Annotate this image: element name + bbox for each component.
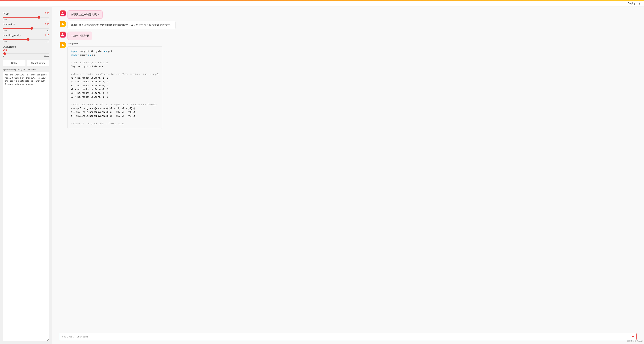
avatar bbox=[60, 32, 66, 38]
output-length-slider[interactable] bbox=[3, 53, 49, 54]
interpreter-label: interpreter bbox=[68, 42, 162, 45]
action-buttons: Retry Clear History bbox=[3, 60, 49, 66]
message-row: 当然可以！请告诉我您想生成的图片的内容和尺寸，以及您想要的任何特殊效果或格式。 bbox=[60, 21, 636, 29]
code-message: interpreter import matplotlib.pyplot as … bbox=[68, 42, 162, 129]
output-length-range: 5 32000 bbox=[3, 55, 49, 57]
avatar bbox=[60, 11, 66, 17]
chat-input-area: ➤ bbox=[52, 330, 644, 344]
send-button[interactable]: ➤ bbox=[631, 334, 634, 338]
code-block: import matplotlib.pyplot as plt import n… bbox=[68, 46, 162, 129]
avatar bbox=[60, 21, 66, 27]
top-p-value: 0.80 bbox=[45, 12, 49, 15]
svg-point-0 bbox=[62, 23, 63, 24]
message-bubble: 能帮我生成一张图片吗？ bbox=[68, 11, 102, 19]
temperature-label: temperature bbox=[3, 23, 15, 26]
system-prompt-label: System Prompt (Only for chat mode) bbox=[3, 68, 49, 71]
chat-messages: 能帮我生成一张图片吗？ 当然可以！请告诉我您想生成的图片的内容和尺寸，以及您想要… bbox=[52, 7, 644, 330]
csdn-badge: CSDN@量子deeill bbox=[627, 340, 642, 342]
top-p-max: 1.00 bbox=[46, 19, 49, 21]
message-row: interpreter import matplotlib.pyplot as … bbox=[60, 42, 636, 129]
chat-input-wrapper: ➤ bbox=[60, 333, 636, 340]
output-length-label: Output length bbox=[3, 46, 16, 48]
message-bubble: 生成一个三角形 bbox=[68, 32, 92, 40]
menu-button[interactable]: ⋮ bbox=[638, 2, 641, 5]
main-area: 能帮我生成一张图片吗？ 当然可以！请告诉我您想生成的图片的内容和尺寸，以及您想要… bbox=[52, 7, 644, 344]
clear-history-button[interactable]: Clear History bbox=[27, 60, 49, 66]
top-p-min: 0.00 bbox=[3, 19, 6, 21]
temperature-max: 1.50 bbox=[46, 30, 49, 32]
chat-input[interactable] bbox=[62, 335, 630, 338]
temperature-range: 0.00 1.50 bbox=[3, 30, 49, 32]
message-bubble: 当然可以！请告诉我您想生成的图片的内容和尺寸，以及您想要的任何特殊效果或格式。 bbox=[68, 21, 176, 29]
top-bar: Deploy ⋮ bbox=[0, 0, 644, 7]
top-p-slider[interactable] bbox=[3, 17, 49, 18]
accent-bar bbox=[0, 0, 644, 1]
repetition-penalty-section: repetition_penalty 1.10 0.00 2.00 bbox=[3, 34, 49, 43]
output-length-max: 32000 bbox=[44, 55, 49, 57]
repetition-penalty-range: 0.00 2.00 bbox=[3, 41, 49, 43]
message-row: 能帮我生成一张图片吗？ bbox=[60, 11, 636, 19]
top-p-range: 0.00 1.00 bbox=[3, 19, 49, 21]
avatar bbox=[60, 42, 66, 48]
deploy-button[interactable]: Deploy bbox=[628, 2, 636, 5]
repetition-penalty-min: 0.00 bbox=[3, 41, 6, 43]
repetition-penalty-value: 1.10 bbox=[45, 34, 49, 37]
sidebar: × top_p 0.80 0.00 1.00 temperature 0.95 … bbox=[0, 7, 52, 344]
output-length-section: Output length 256 5 32000 bbox=[3, 45, 49, 57]
repetition-penalty-label: repetition_penalty bbox=[3, 34, 21, 37]
message-row: 生成一个三角形 bbox=[60, 32, 636, 40]
repetition-penalty-max: 2.00 bbox=[46, 41, 49, 43]
top-p-label: top_p bbox=[3, 12, 8, 15]
top-p-section: top_p 0.80 0.00 1.00 bbox=[3, 12, 49, 21]
svg-point-1 bbox=[62, 44, 63, 45]
close-button[interactable]: × bbox=[48, 9, 50, 12]
output-length-min: 5 bbox=[3, 55, 4, 57]
temperature-value: 0.95 bbox=[45, 23, 49, 26]
temperature-min: 0.00 bbox=[3, 30, 6, 32]
top-bar-right: Deploy ⋮ bbox=[628, 2, 641, 5]
repetition-penalty-slider[interactable] bbox=[3, 39, 49, 40]
retry-button[interactable]: Retry bbox=[3, 60, 25, 66]
temperature-section: temperature 0.95 0.00 1.50 bbox=[3, 23, 49, 32]
system-prompt-textarea[interactable]: You are ChatGLM3, a large language model… bbox=[3, 72, 49, 341]
temperature-slider[interactable] bbox=[3, 28, 49, 29]
output-length-value: 256 bbox=[3, 48, 49, 51]
